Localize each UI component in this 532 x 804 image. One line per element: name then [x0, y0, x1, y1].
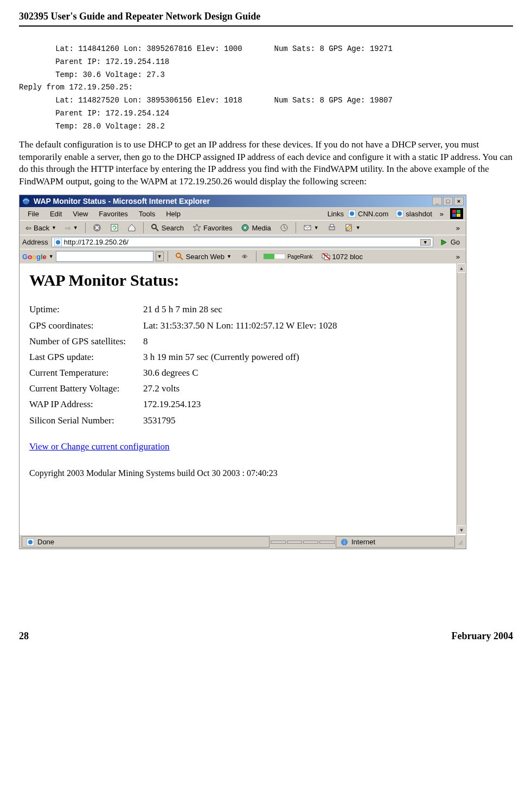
stop-button[interactable] [89, 222, 105, 233]
chevron-more-links[interactable]: » [437, 209, 447, 219]
config-link[interactable]: View or Change current configuration [29, 441, 456, 452]
media-label: Media [252, 224, 271, 232]
menu-bar: File Edit View Favorites Tools Help Link… [20, 207, 466, 220]
menu-edit[interactable]: Edit [44, 209, 67, 219]
toolbar-more[interactable]: » [453, 223, 463, 233]
link-slashdot[interactable]: slashdot [393, 209, 435, 219]
google-dropdown-icon[interactable]: ▼ [49, 254, 54, 259]
pagerank-button[interactable]: PageRank [260, 253, 316, 261]
search-web-button[interactable]: Search Web ▼ [172, 251, 235, 262]
refresh-button[interactable] [107, 222, 122, 233]
wapip-label: WAP IP Address: [29, 396, 143, 412]
address-dropdown-icon[interactable]: ▼ [420, 239, 431, 246]
close-button[interactable]: × [454, 197, 464, 205]
table-row: Last GPS update:3 h 19 min 57 sec (Curre… [29, 349, 340, 365]
link-cnn[interactable]: CNN.com [345, 209, 392, 219]
svg-point-15 [244, 227, 246, 229]
status-pane-spacer [287, 541, 302, 544]
chevron-down-icon[interactable]: ▼ [73, 225, 78, 230]
google-input-dropdown-icon[interactable]: ▼ [156, 252, 164, 261]
history-button[interactable] [277, 222, 292, 233]
resize-grip-icon[interactable] [456, 538, 464, 546]
chevron-down-icon[interactable]: ▼ [314, 225, 319, 230]
star-icon [193, 223, 201, 232]
chevron-down-icon[interactable]: ▼ [52, 225, 56, 230]
scroll-down-button[interactable]: ▼ [457, 525, 466, 535]
separator [256, 251, 257, 262]
menu-file[interactable]: File [22, 209, 44, 219]
windows-flag-icon [450, 208, 463, 219]
uptime-label: Uptime: [29, 301, 143, 317]
popup-block-label: 1072 bloc [332, 253, 363, 261]
svg-point-12 [152, 224, 156, 229]
search-button[interactable]: Search [148, 222, 187, 233]
vertical-scrollbar[interactable]: ▲ ▼ [457, 263, 466, 535]
menu-help[interactable]: Help [161, 209, 186, 219]
back-arrow-icon: ⇦ [25, 224, 31, 232]
page-heading: WAP Monitor Status: [29, 271, 456, 290]
mail-icon [303, 223, 312, 232]
address-input[interactable]: http://172.19.250.26/ ▼ [52, 237, 433, 247]
maximize-button[interactable]: □ [443, 197, 453, 205]
gps-value: Lat: 31:53:37.50 N Lon: 111:02:57.12 W E… [143, 318, 340, 333]
terminal-output: Lat: 114841260 Lon: 3895267816 Elev: 100… [19, 43, 513, 133]
google-logo[interactable]: Google [22, 253, 47, 261]
title-bar[interactable]: WAP Monitor Status - Microsoft Internet … [20, 195, 466, 207]
body-paragraph: The default configuration is to use DHCP… [19, 139, 513, 189]
status-table: Uptime:21 d 5 h 7 min 28 sec GPS coordin… [29, 301, 340, 428]
sats-value: 8 [143, 333, 340, 349]
refresh-icon [110, 223, 119, 232]
status-pane-spacer [303, 541, 318, 544]
back-button[interactable]: ⇦ Back ▼ [22, 223, 60, 233]
google-more[interactable]: » [453, 252, 463, 262]
separator [296, 222, 296, 233]
svg-rect-9 [457, 214, 460, 217]
google-news-button[interactable] [237, 251, 252, 262]
home-button[interactable] [124, 222, 139, 233]
news-icon [240, 252, 249, 261]
scroll-up-button[interactable]: ▲ [457, 263, 466, 273]
edit-button[interactable]: ▼ [342, 222, 364, 233]
mail-button[interactable]: ▼ [300, 222, 322, 233]
menu-view[interactable]: View [67, 209, 93, 219]
favorites-button[interactable]: Favorites [189, 222, 235, 233]
ie-icon [22, 197, 30, 205]
chevron-down-icon[interactable]: ▼ [356, 225, 361, 230]
print-button[interactable] [324, 222, 339, 233]
address-bar: Address http://172.19.250.26/ ▼ Go [20, 235, 466, 249]
google-search-input[interactable] [56, 251, 153, 262]
go-arrow-icon [440, 238, 448, 247]
svg-rect-19 [330, 224, 334, 227]
table-row: WAP IP Address:172.19.254.123 [29, 396, 340, 412]
svg-rect-11 [111, 224, 118, 231]
favorites-label: Favorites [203, 224, 232, 232]
minimize-button[interactable]: _ [432, 197, 442, 205]
doc-header: 302395 User's Guide and Repeater Network… [19, 11, 513, 27]
forward-arrow-icon: ⇨ [65, 224, 71, 232]
svg-rect-6 [452, 210, 456, 213]
media-button[interactable]: Media [238, 222, 274, 233]
back-label: Back [34, 224, 49, 232]
forward-button[interactable]: ⇨ ▼ [62, 223, 81, 233]
edit-icon [345, 223, 354, 232]
svg-rect-8 [452, 214, 456, 217]
svg-rect-18 [329, 227, 335, 230]
page-footer: 28 February 2004 [19, 631, 513, 642]
done-page-icon [27, 538, 34, 546]
svg-point-2 [350, 211, 354, 216]
temp-value: 30.6 degrees C [143, 365, 340, 381]
menu-favorites[interactable]: Favorites [93, 209, 133, 219]
page-number: 28 [19, 631, 29, 642]
svg-line-13 [156, 228, 158, 231]
table-row: GPS coordinates:Lat: 31:53:37.50 N Lon: … [29, 318, 340, 333]
svg-point-23 [176, 253, 181, 258]
status-bar: Done Internet [20, 535, 466, 549]
popup-blocker-button[interactable]: 1072 bloc [318, 251, 366, 262]
content-area: ▲ ▼ WAP Monitor Status: Uptime:21 d 5 h … [20, 263, 466, 535]
go-button[interactable]: Go [437, 238, 463, 247]
chevron-down-icon[interactable]: ▼ [227, 254, 232, 259]
links-label: Links [328, 210, 344, 218]
svg-point-32 [28, 540, 33, 544]
lastgps-value: 3 h 19 min 57 sec (Currently powered off… [143, 349, 340, 365]
menu-tools[interactable]: Tools [133, 209, 161, 219]
